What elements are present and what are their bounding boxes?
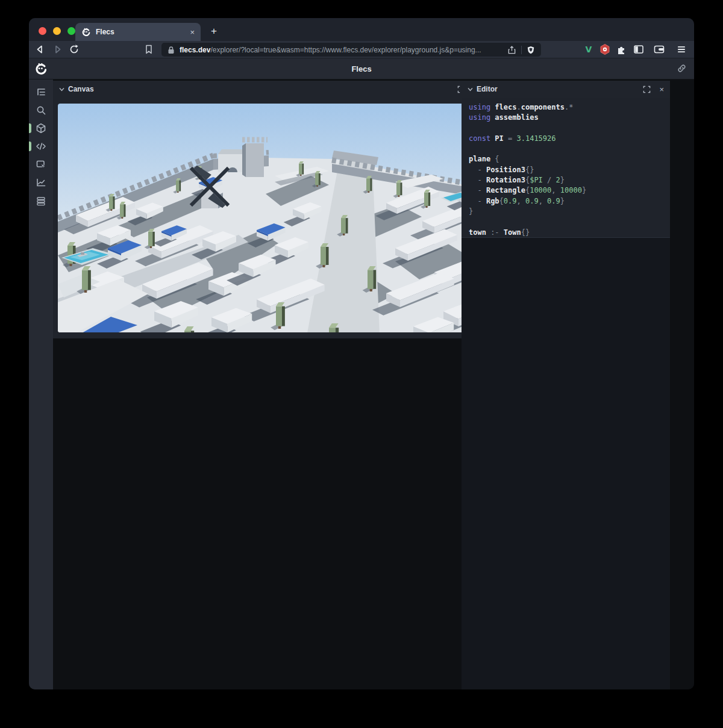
browser-window: Flecs × + flecs.dev/explorer/?local=true… xyxy=(29,18,694,689)
canvas-panel: Canvas × xyxy=(53,81,484,338)
editor-panel-title: Editor xyxy=(477,85,634,93)
menu-hamburger-icon[interactable] xyxy=(675,43,687,55)
canvas-3d-viewport[interactable] xyxy=(58,104,479,332)
content-area: Canvas × xyxy=(29,79,694,689)
reload-icon[interactable] xyxy=(68,43,80,55)
sidebar-item-queries[interactable] xyxy=(29,192,53,210)
close-icon[interactable]: × xyxy=(659,85,664,94)
close-window-button[interactable] xyxy=(39,27,46,35)
extensions-puzzle-icon[interactable] xyxy=(616,43,628,55)
tab-close-icon[interactable]: × xyxy=(190,28,195,37)
browser-tab[interactable]: Flecs × xyxy=(75,23,201,41)
search-icon xyxy=(36,105,46,116)
sidebar-item-entities[interactable] xyxy=(29,119,53,137)
sidebar-item-canvas[interactable] xyxy=(29,155,53,173)
sidebar xyxy=(29,79,53,689)
back-icon[interactable] xyxy=(34,43,46,55)
chart-icon xyxy=(36,177,46,188)
rows-icon xyxy=(36,196,46,207)
sidebar-item-editor[interactable] xyxy=(29,137,53,155)
url-bar[interactable]: flecs.dev/explorer/?local=true&wasm=http… xyxy=(161,43,541,57)
traffic-lights xyxy=(39,27,75,35)
code-lines: using flecs.components.*using assemblies… xyxy=(469,102,670,238)
fullscreen-icon[interactable] xyxy=(643,86,651,93)
pointer-icon xyxy=(36,159,46,170)
sidebar-item-stats[interactable] xyxy=(29,173,53,191)
share-icon[interactable] xyxy=(507,45,516,55)
zoom-window-button[interactable] xyxy=(67,27,75,35)
editor-panel: Editor × using flecs.components.*using a… xyxy=(462,81,670,689)
flecs-favicon-icon xyxy=(81,28,90,37)
new-tab-button[interactable]: + xyxy=(207,24,221,39)
sidebar-item-search[interactable] xyxy=(29,101,53,119)
sidebar-item-tree[interactable] xyxy=(29,83,53,101)
editor-panel-header: Editor × xyxy=(462,81,670,98)
app-header: Flecs xyxy=(29,58,694,79)
town-scene xyxy=(58,104,479,332)
wallet-icon[interactable] xyxy=(653,43,665,55)
chevron-down-icon[interactable] xyxy=(59,87,64,92)
cube-icon xyxy=(36,123,46,134)
code-editor[interactable]: using flecs.components.*using assemblies… xyxy=(462,98,670,238)
brave-shield-icon[interactable] xyxy=(527,45,535,55)
url-domain: flecs.dev xyxy=(180,46,210,54)
canvas-panel-header: Canvas × xyxy=(53,81,484,98)
url-path: /explorer/?local=true&wasm=https://www.f… xyxy=(210,46,481,54)
vue-devtools-icon[interactable]: V xyxy=(583,43,595,55)
minimize-window-button[interactable] xyxy=(53,27,61,35)
sidebar-icon[interactable] xyxy=(633,43,645,55)
page-title: Flecs xyxy=(29,58,694,79)
canvas-panel-title: Canvas xyxy=(68,85,449,93)
tab-bar: Flecs × + xyxy=(29,18,694,41)
tab-title: Flecs xyxy=(96,28,190,36)
forward-icon[interactable] xyxy=(51,43,63,55)
chain-link-icon[interactable] xyxy=(677,63,687,73)
bookmark-icon[interactable] xyxy=(143,43,155,55)
lock-icon xyxy=(167,46,175,54)
code-icon xyxy=(36,141,46,152)
url-text: flecs.dev/explorer/?local=true&wasm=http… xyxy=(180,46,507,54)
adblock-hexagon-icon[interactable] xyxy=(599,43,611,55)
url-divider xyxy=(521,46,522,54)
chevron-down-icon[interactable] xyxy=(468,87,473,92)
tree-icon xyxy=(36,87,46,98)
browser-toolbar: flecs.dev/explorer/?local=true&wasm=http… xyxy=(29,41,694,58)
